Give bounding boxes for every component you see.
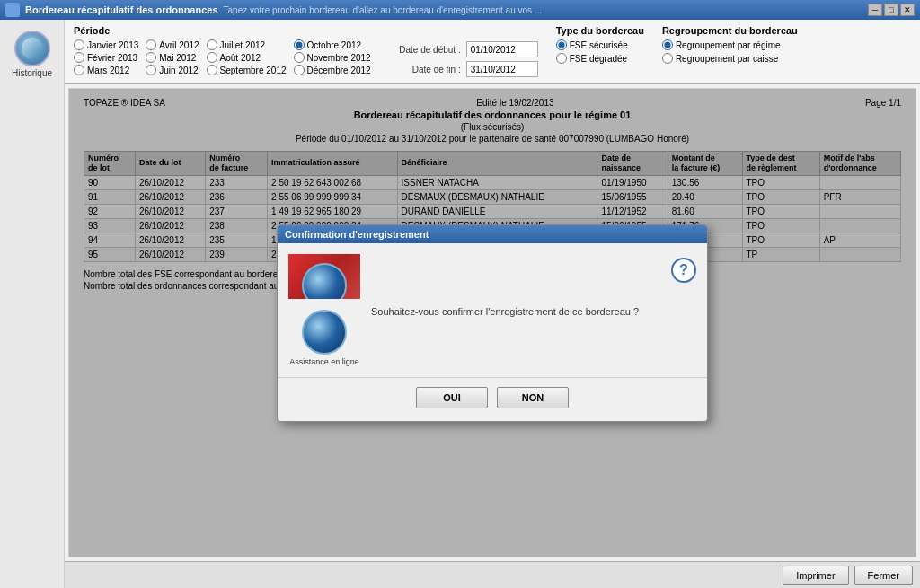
oui-button[interactable]: OUI [416,387,488,408]
modal-banner [288,254,360,299]
modal-body: Assistance en ligne ? Souhaitez-vous con… [278,243,707,377]
period-radio-dec2012[interactable] [294,65,305,75]
modal-message: Souhaitez-vous confirmer l'enregistremen… [371,288,639,317]
regroupement-title: Regroupement du bordereau [662,25,798,36]
period-radio-oct2012[interactable] [294,39,305,50]
period-oct2012[interactable]: Octobre 2012 [294,39,371,50]
minimize-button[interactable]: ─ [868,4,882,16]
date-fin-label: Date de fin : [389,65,461,75]
sidebar: Historique [0,20,65,588]
type-radio-fse-deg[interactable] [556,53,567,64]
modal-overlay: Confirmation d'enregistrement Assistance… [69,89,916,557]
type-title: Type du bordereau [556,25,644,36]
modal-dialog: Confirmation d'enregistrement Assistance… [277,224,708,422]
window-controls: ─ □ ✕ [868,4,915,16]
assistance-icon [302,310,347,355]
regroupement-radio-caisse[interactable] [662,53,673,64]
period-sep2012[interactable]: Septembre 2012 [207,65,287,75]
window-title: Bordereau récapitulatif des ordonnances [25,4,218,15]
date-section: Date de début : Date de fin : [389,41,538,77]
regroupement-options: Regroupement par régime Regroupement par… [662,39,798,64]
type-options: FSE sécurisée FSE dégradée [556,39,644,64]
date-debut-input[interactable] [466,41,538,57]
period-radio-jun2012[interactable] [146,65,156,75]
period-dec2012[interactable]: Décembre 2012 [294,65,371,75]
modal-left: Assistance en ligne [288,254,360,366]
title-hint: Tapez votre prochain bordereau d'allez a… [224,5,543,15]
period-grid: Janvier 2013 Avril 2012 Juillet 2012 [74,39,371,75]
sidebar-item-label: Historique [12,68,52,78]
close-button[interactable]: ✕ [900,4,915,16]
period-radio-jan2013[interactable] [74,39,84,50]
period-jul2012[interactable]: Juillet 2012 [207,39,287,50]
main-window: Historique Période Janvier 2013 [0,20,920,588]
period-aou2012[interactable]: Août 2012 [207,52,287,63]
assistance-label: Assistance en ligne [289,357,359,366]
period-radio-nov2012[interactable] [294,52,305,63]
modal-banner-globe [302,263,347,299]
period-avr2012[interactable]: Avril 2012 [146,39,199,50]
date-fin-input[interactable] [466,61,538,77]
modal-title: Confirmation d'enregistrement [285,229,429,240]
bottom-bar: Imprimer Fermer [65,561,920,588]
date-fin-row: Date de fin : [389,61,538,77]
period-section: Période Janvier 2013 Avril 2012 [74,25,371,75]
period-radio-avr2012[interactable] [146,39,156,50]
regroupement-radio-regime[interactable] [662,39,673,50]
modal-title-bar: Confirmation d'enregistrement [278,225,707,243]
period-jan2013[interactable]: Janvier 2013 [74,39,138,50]
period-radio-aou2012[interactable] [207,52,217,63]
sidebar-item-historique[interactable]: Historique [8,27,56,82]
period-mai2012[interactable]: Mai 2012 [146,52,199,63]
period-nov2012[interactable]: Novembre 2012 [294,52,371,63]
app-icon [5,3,20,17]
type-section: Type du bordereau FSE sécurisée FSE dégr… [556,25,644,64]
main-content: Période Janvier 2013 Avril 2012 [65,20,920,588]
options-row: Période Janvier 2013 Avril 2012 [74,25,911,77]
modal-message-text: Souhaitez-vous confirmer l'enregistremen… [371,306,639,317]
period-title: Période [74,25,371,36]
title-bar-left: Bordereau récapitulatif des ordonnances … [5,3,542,17]
title-bar: Bordereau récapitulatif des ordonnances … [0,0,920,20]
options-panel: Période Janvier 2013 Avril 2012 [65,20,920,84]
date-debut-row: Date de début : [389,41,538,57]
regroupement-caisse[interactable]: Regroupement par caisse [662,53,798,64]
report-area: TOPAZE ® IDEA SA Edité le 19/02/2013 Pag… [68,88,916,557]
content-area: Historique Période Janvier 2013 [0,20,920,588]
period-radio-mar2012[interactable] [74,65,84,75]
maximize-button[interactable]: □ [884,4,898,16]
type-radio-fse-sec[interactable] [556,39,567,50]
period-radio-sep2012[interactable] [207,65,217,75]
regroupement-section: Regroupement du bordereau Regroupement p… [662,25,798,64]
period-radio-fev2013[interactable] [74,52,84,63]
fermer-button[interactable]: Fermer [854,566,913,585]
historique-icon-inner [22,38,43,59]
type-fse-deg[interactable]: FSE dégradée [556,53,644,64]
date-debut-label: Date de début : [389,45,461,55]
question-icon: ? [671,258,696,283]
imprimer-button[interactable]: Imprimer [783,566,848,585]
period-jun2012[interactable]: Juin 2012 [146,65,199,75]
modal-right: ? Souhaitez-vous confirmer l'enregistrem… [371,254,696,317]
period-mar2012[interactable]: Mars 2012 [74,65,138,75]
period-radio-jul2012[interactable] [207,39,217,50]
type-fse-sec[interactable]: FSE sécurisée [556,39,644,50]
modal-buttons: OUI NON [278,377,707,421]
regroupement-regime[interactable]: Regroupement par régime [662,39,798,50]
period-fev2013[interactable]: Février 2013 [74,52,138,63]
historique-icon [14,31,50,66]
non-button[interactable]: NON [497,387,569,408]
period-radio-mai2012[interactable] [146,52,156,63]
